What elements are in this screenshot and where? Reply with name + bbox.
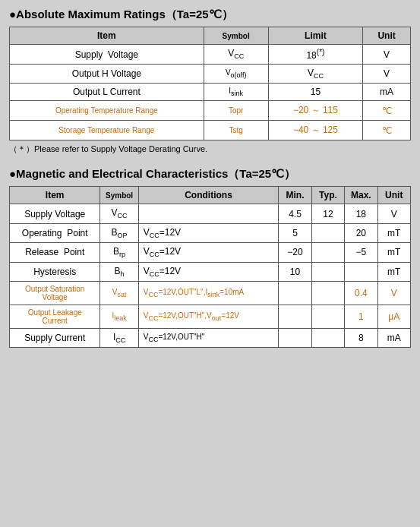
symbol-cell: Topr [204,101,268,121]
s1-col-limit: Limit [268,27,363,45]
s2-col-min: Min. [279,187,311,204]
unit-cell: mT [377,223,410,242]
symbol-cell: VCC [100,204,138,223]
unit-cell: mT [377,262,410,281]
conditions-cell: VCC=12V,OUT"H" [138,328,279,347]
s2-col-symbol: Symbol [100,187,138,204]
table-row: Supply Voltage VCC 4.5 12 18 V [10,204,411,223]
symbol-cell: VCC [204,45,268,65]
item-cell: Operating Point [10,223,100,242]
s2-col-item: Item [10,187,100,204]
table-row: Storage Temperature Range Tstg −40 ～ 125… [10,121,411,140]
section2-title-text: ●Magnetic and Electrical Characteristics… [9,167,295,181]
item-cell: Output L Current [10,84,204,101]
limit-cell: VCC [268,65,363,84]
table-row: Output L Current Isink 15 mA [10,84,411,101]
limit-cell: −20 ～ 115 [268,101,363,121]
max-cell [345,262,377,281]
conditions-cell: VCC=12V,OUT"H",Vout=12V [138,305,279,328]
limit-cell: 18(*) [268,45,363,65]
item-cell: Release Point [10,243,100,262]
item-cell: Supply Voltage [10,204,100,223]
item-cell: Hysteresis [10,262,100,281]
table-row: Release Point Brp VCC=12V −20 −5 mT [10,243,411,262]
item-cell: Output Saturation Voltage [10,281,100,305]
typ-cell: 12 [311,204,344,223]
symbol-cell: Ileak [100,305,138,328]
unit-cell: mA [363,84,411,101]
min-cell [279,305,311,328]
typ-cell [311,305,344,328]
limit-cell: −40 ～ 125 [268,121,363,140]
unit-cell: V [363,45,411,65]
conditions-cell: VCC=12V [138,243,279,262]
section1-title-text: ●Absolute Maximum Ratings（Ta=25℃） [9,8,233,22]
conditions-cell: VCC=12V [138,262,279,281]
min-cell: −20 [279,243,311,262]
section2-table: Item Symbol Conditions Min. Typ. Max. Un… [9,186,411,348]
table-row: Output H Voltage Vo(off) VCC V [10,65,411,84]
symbol-cell: BOP [100,223,138,242]
item-cell: Output H Voltage [10,65,204,84]
section1-note: （＊）Please refer to Supply Voltage Derati… [9,144,411,155]
s2-col-max: Max. [345,187,377,204]
table-row: Output Leakage Current Ileak VCC=12V,OUT… [10,305,411,328]
table-row: Hysteresis Bh VCC=12V 10 mT [10,262,411,281]
symbol-cell: Tstg [204,121,268,140]
section1-header-row: Item Symbol Limit Unit [10,27,411,45]
min-cell: 10 [279,262,311,281]
symbol-cell: Bh [100,262,138,281]
table-row: Output Saturation Voltage Vsat VCC=12V,O… [10,281,411,305]
s2-col-typ: Typ. [311,187,344,204]
unit-cell: mT [377,243,410,262]
table-row: Supply Voltage VCC 18(*) V [10,45,411,65]
item-cell: Storage Temperature Range [10,121,204,140]
section1-table: Item Symbol Limit Unit Supply Voltage VC… [9,27,411,140]
typ-cell [311,328,344,347]
unit-cell: ℃ [363,121,411,140]
s1-col-symbol: Symbol [204,27,268,45]
min-cell: 4.5 [279,204,311,223]
max-cell: 8 [345,328,377,347]
s1-col-item: Item [10,27,204,45]
item-cell: Operating Temperature Range [10,101,204,121]
symbol-cell: Isink [204,84,268,101]
conditions-cell: VCC=12V,OUT"L",Isink=10mA [138,281,279,305]
unit-cell: μA [377,305,410,328]
s1-col-unit: Unit [363,27,411,45]
max-cell: −5 [345,243,377,262]
conditions-cell: VCC=12V [138,223,279,242]
symbol-cell: Brp [100,243,138,262]
symbol-cell: ICC [100,328,138,347]
table-row: Supply Current ICC VCC=12V,OUT"H" 8 mA [10,328,411,347]
s2-col-conditions: Conditions [138,187,279,204]
unit-cell: V [363,65,411,84]
max-cell: 0.4 [345,281,377,305]
section2: ●Magnetic and Electrical Characteristics… [9,167,411,348]
symbol-cell: Vo(off) [204,65,268,84]
max-cell: 1 [345,305,377,328]
min-cell: 5 [279,223,311,242]
symbol-cell: Vsat [100,281,138,305]
unit-cell: mA [377,328,410,347]
typ-cell [311,223,344,242]
s2-col-unit: Unit [377,187,410,204]
section2-header-row: Item Symbol Conditions Min. Typ. Max. Un… [10,187,411,204]
unit-cell: ℃ [363,101,411,121]
typ-cell [311,281,344,305]
item-cell: Supply Current [10,328,100,347]
item-cell: Supply Voltage [10,45,204,65]
limit-cell: 15 [268,84,363,101]
conditions-cell [138,204,279,223]
typ-cell [311,243,344,262]
min-cell [279,281,311,305]
section1: ●Absolute Maximum Ratings（Ta=25℃） Item S… [9,8,411,155]
section2-title: ●Magnetic and Electrical Characteristics… [9,167,411,181]
unit-cell: V [377,281,410,305]
table-row: Operating Point BOP VCC=12V 5 20 mT [10,223,411,242]
max-cell: 20 [345,223,377,242]
unit-cell: V [377,204,410,223]
section1-title: ●Absolute Maximum Ratings（Ta=25℃） [9,8,411,22]
table-row: Operating Temperature Range Topr −20 ～ 1… [10,101,411,121]
item-cell: Output Leakage Current [10,305,100,328]
